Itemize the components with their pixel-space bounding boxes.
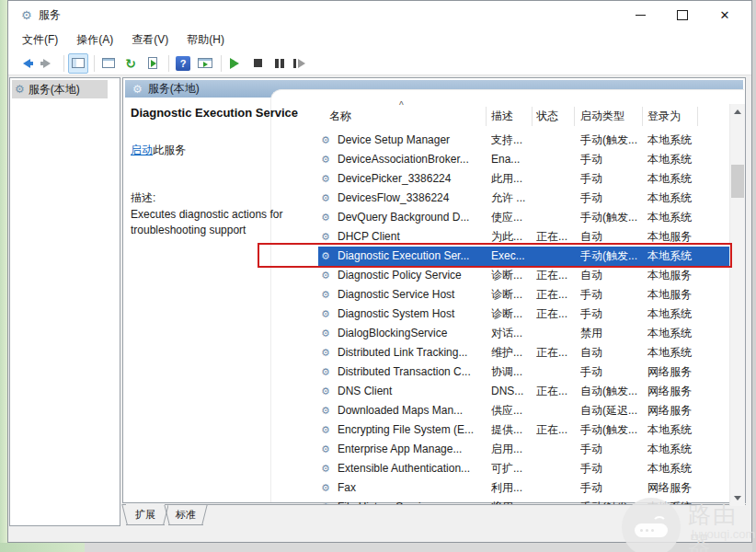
cell-startup-type: 手动 — [580, 285, 645, 305]
cell-description: DNS... — [491, 382, 533, 401]
column-header-startup-type[interactable]: 启动类型 — [580, 106, 624, 126]
vertical-scrollbar[interactable] — [729, 104, 745, 506]
show-console-tree-button[interactable] — [68, 53, 88, 74]
menu-help[interactable]: 帮助(H) — [178, 32, 233, 48]
extended-view-button[interactable] — [195, 53, 215, 74]
panel-header-title: 服务(本地) — [148, 81, 200, 97]
selected-service-name: Diagnostic Execution Service — [131, 106, 315, 120]
cell-name: Diagnostic System Host — [338, 305, 488, 324]
pause-service-button[interactable] — [269, 53, 290, 74]
cell-logon-as: 网络服务 — [647, 362, 727, 382]
cell-status: 正在... — [536, 420, 578, 440]
table-row-selected[interactable]: ⚙Diagnostic Execution Ser...Exec...手动(触发… — [318, 247, 730, 266]
cell-logon-as: 本地系统 — [647, 169, 727, 189]
sort-ascending-icon[interactable]: ^ — [399, 100, 404, 110]
table-row[interactable]: ⚙DevicesFlow_3386224允许 ...手动本地系统 — [318, 189, 730, 208]
table-row[interactable]: ⚙DevQuery Background D...使应...手动(触发...本地… — [318, 208, 730, 227]
scrollbar-thumb[interactable] — [731, 165, 744, 198]
cell-logon-as: 本地服务 — [647, 285, 727, 305]
service-rows: ⚙Device Setup Manager支持...手动(触发...本地系统⚙D… — [318, 131, 730, 504]
column-separator[interactable] — [642, 107, 643, 126]
start-service-link[interactable]: 启动 — [131, 144, 153, 156]
cell-startup-type: 手动(触发... — [580, 247, 645, 266]
table-row[interactable]: ⚙Enterprise App Manage...启用...手动本地系统 — [318, 440, 730, 459]
column-header-status[interactable]: 状态 — [536, 106, 558, 126]
table-row[interactable]: ⚙Distributed Link Tracking...维护...正在...自… — [318, 343, 730, 362]
menu-view[interactable]: 查看(V) — [123, 32, 177, 48]
cell-logon-as: 本地系统 — [647, 247, 727, 266]
restart-service-button[interactable] — [292, 53, 312, 74]
scroll-down-button[interactable] — [730, 491, 745, 506]
table-row[interactable]: ⚙Distributed Transaction C...协调...手动网络服务 — [318, 362, 730, 382]
cell-description: 启用... — [491, 440, 533, 459]
table-row[interactable]: ⚙Diagnostic System Host诊断...正在...手动本地系统 — [318, 305, 730, 324]
column-header-description[interactable]: 描述 — [491, 106, 513, 126]
stop-icon — [254, 59, 262, 67]
table-row[interactable]: ⚙File History Service将用...手动(触发本地系统 — [318, 498, 730, 504]
cell-logon-as: 本地系统 — [647, 150, 727, 169]
toolbar-separator — [94, 55, 95, 72]
cell-description: 此用... — [491, 169, 533, 189]
forward-button[interactable] — [38, 53, 58, 74]
column-separator[interactable] — [697, 107, 698, 126]
cell-description: 对话... — [491, 324, 533, 343]
table-row[interactable]: ⚙Diagnostic Policy Service诊断...正在...自动本地… — [318, 266, 730, 285]
menu-file[interactable]: 文件(F) — [14, 32, 66, 48]
table-row[interactable]: ⚙DeviceAssociationBroker...Ena...手动本地系统 — [318, 150, 730, 169]
cell-name: Diagnostic Policy Service — [338, 266, 488, 285]
service-gear-icon: ⚙ — [321, 440, 330, 459]
cell-name: DialogBlockingService — [338, 324, 488, 343]
cell-name: DeviceAssociationBroker... — [338, 150, 488, 169]
properties-button[interactable] — [98, 53, 119, 74]
export-list-button[interactable] — [143, 53, 163, 74]
table-row[interactable]: ⚙Device Setup Manager支持...手动(触发...本地系统 — [318, 131, 730, 150]
cell-logon-as: 本地系统 — [647, 420, 727, 440]
cell-logon-as: 本地系统 — [647, 189, 727, 208]
cell-startup-type: 手动 — [580, 189, 645, 208]
minimize-button[interactable] — [619, 1, 661, 29]
menu-action[interactable]: 操作(A) — [68, 32, 121, 48]
tab-extended[interactable]: 扩展 — [126, 504, 165, 525]
stop-service-button[interactable] — [247, 53, 268, 74]
cell-startup-type: 手动 — [580, 150, 645, 169]
table-row[interactable]: ⚙Downloaded Maps Man...供应...自动(延迟...网络服务 — [318, 401, 730, 420]
table-row[interactable]: ⚙Extensible Authentication...可扩...手动本地系统 — [318, 459, 730, 478]
tab-standard[interactable]: 标准 — [168, 505, 203, 525]
cell-startup-type: 手动 — [580, 459, 645, 478]
description-label: 描述: — [131, 190, 155, 206]
column-header-logon-as[interactable]: 登录为 — [647, 106, 681, 126]
table-row[interactable]: ⚙Diagnostic Service Host诊断...正在...手动本地服务 — [318, 285, 730, 305]
service-gear-icon: ⚙ — [321, 247, 330, 266]
back-button[interactable] — [16, 53, 36, 74]
table-row[interactable]: ⚙DHCP Client为此...正在...自动本地服务 — [318, 227, 730, 247]
cell-description: 支持... — [491, 131, 533, 150]
column-separator[interactable] — [574, 107, 575, 126]
close-button[interactable]: ✕ — [704, 1, 746, 29]
table-row[interactable]: ⚙DialogBlockingService对话...禁用本地系统 — [318, 324, 730, 343]
cell-logon-as: 本地服务 — [647, 227, 727, 247]
refresh-button[interactable]: ↻ — [120, 53, 141, 74]
services-gear-icon: ⚙ — [15, 84, 25, 95]
table-row[interactable]: ⚙Fax利用...手动网络服务 — [318, 478, 730, 498]
tree-item-services-local[interactable]: ⚙ 服务(本地) — [12, 80, 108, 98]
scroll-down-icon — [734, 496, 741, 504]
start-service-button[interactable] — [225, 53, 246, 74]
maximize-button[interactable] — [661, 1, 704, 29]
column-separator[interactable] — [486, 107, 487, 126]
column-separator[interactable] — [532, 107, 533, 126]
app-gear-icon: ⚙ — [21, 9, 32, 21]
table-row[interactable]: ⚙Encrypting File System (E...提供...正在...手… — [318, 420, 730, 440]
scroll-up-button[interactable] — [730, 104, 745, 119]
cell-name: Fax — [338, 478, 488, 498]
cell-status: 正在... — [536, 227, 578, 247]
back-arrow-icon — [26, 62, 33, 65]
cell-logon-as: 本地系统 — [647, 459, 727, 478]
scroll-up-icon — [734, 106, 741, 114]
column-header-name[interactable]: 名称 — [329, 106, 351, 126]
service-gear-icon: ⚙ — [321, 382, 330, 401]
service-gear-icon: ⚙ — [321, 150, 330, 169]
titlebar[interactable]: ⚙ 服务 ✕ — [8, 1, 751, 29]
help-button[interactable]: ? — [173, 53, 193, 74]
table-row[interactable]: ⚙DevicePicker_3386224此用...手动本地系统 — [318, 169, 730, 189]
table-row[interactable]: ⚙DNS ClientDNS...正在...自动(触发...网络服务 — [318, 382, 730, 401]
